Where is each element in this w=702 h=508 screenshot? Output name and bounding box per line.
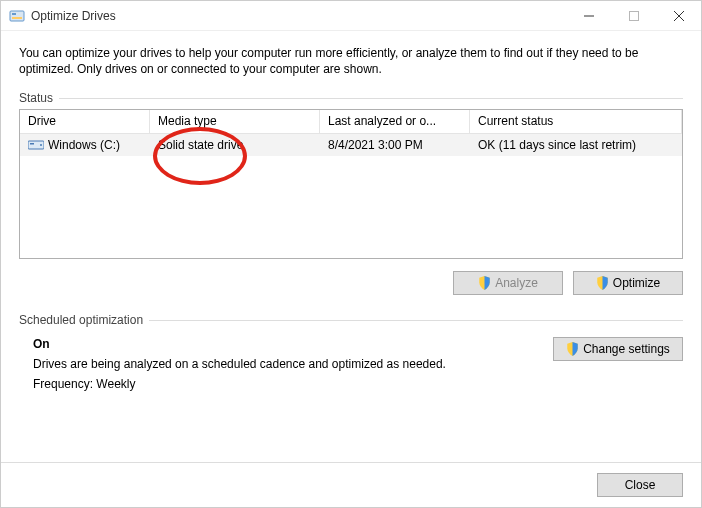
svg-rect-8 (30, 143, 34, 145)
column-last-analyzed[interactable]: Last analyzed or o... (320, 110, 470, 133)
column-current-status[interactable]: Current status (470, 110, 682, 133)
svg-rect-2 (12, 17, 22, 19)
scheduled-section-label: Scheduled optimization (19, 313, 683, 327)
intro-text: You can optimize your drives to help you… (19, 45, 683, 77)
svg-rect-4 (629, 11, 638, 20)
svg-rect-1 (12, 13, 16, 15)
divider (149, 320, 683, 321)
cell-current-status: OK (11 days since last retrim) (470, 138, 682, 152)
cell-media-type: Solid state drive (150, 138, 320, 152)
optimize-label: Optimize (613, 276, 660, 290)
divider (59, 98, 683, 99)
shield-icon (566, 342, 579, 356)
window-controls (566, 1, 701, 30)
shield-icon (596, 276, 609, 290)
status-buttons: Analyze Optimize (19, 271, 683, 295)
scheduled-text: On Drives are being analyzed on a schedu… (33, 337, 446, 397)
status-section-label: Status (19, 91, 683, 105)
scheduled-label-text: Scheduled optimization (19, 313, 143, 327)
minimize-button[interactable] (566, 1, 611, 30)
scheduled-description: Drives are being analyzed on a scheduled… (33, 357, 446, 371)
svg-point-9 (40, 144, 42, 146)
listview-header: Drive Media type Last analyzed or o... C… (20, 110, 682, 134)
cell-drive-text: Windows (C:) (48, 138, 120, 152)
window-title: Optimize Drives (31, 9, 566, 23)
close-label: Close (625, 478, 656, 492)
maximize-button (611, 1, 656, 30)
close-window-button[interactable] (656, 1, 701, 30)
svg-rect-0 (10, 11, 24, 21)
analyze-button: Analyze (453, 271, 563, 295)
cell-last-analyzed: 8/4/2021 3:00 PM (320, 138, 470, 152)
table-row[interactable]: Windows (C:) Solid state drive 8/4/2021 … (20, 134, 682, 156)
content-area: You can optimize your drives to help you… (1, 31, 701, 411)
status-label-text: Status (19, 91, 53, 105)
cell-drive: Windows (C:) (20, 137, 150, 154)
footer: Close (1, 462, 701, 507)
close-button[interactable]: Close (597, 473, 683, 497)
change-settings-label: Change settings (583, 342, 670, 356)
column-media-type[interactable]: Media type (150, 110, 320, 133)
analyze-label: Analyze (495, 276, 538, 290)
change-settings-button[interactable]: Change settings (553, 337, 683, 361)
drive-icon (28, 137, 44, 154)
drives-listview[interactable]: Drive Media type Last analyzed or o... C… (19, 109, 683, 259)
scheduled-section: Scheduled optimization On Drives are bei… (19, 313, 683, 397)
shield-icon (478, 276, 491, 290)
column-drive[interactable]: Drive (20, 110, 150, 133)
optimize-button[interactable]: Optimize (573, 271, 683, 295)
scheduled-frequency: Frequency: Weekly (33, 377, 446, 391)
titlebar: Optimize Drives (1, 1, 701, 31)
scheduled-state: On (33, 337, 446, 351)
app-icon (9, 8, 25, 24)
